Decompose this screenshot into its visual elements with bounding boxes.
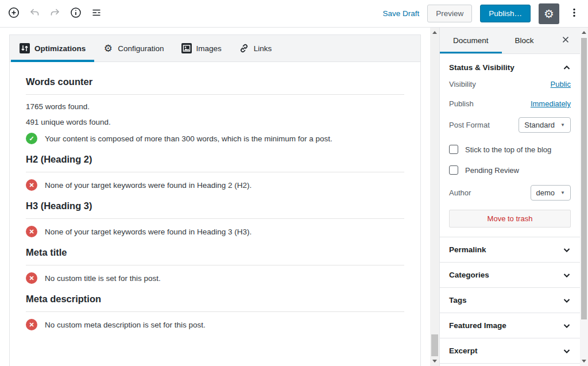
stat-line: 491 unique words found.: [26, 117, 404, 127]
plus-circle-icon: [7, 6, 21, 21]
scroll-down-arrow-icon[interactable]: [432, 360, 437, 363]
pending-review-option[interactable]: Pending Review: [449, 165, 571, 175]
gear-icon: ⚙: [103, 43, 113, 53]
gear-icon: ⚙: [544, 8, 554, 20]
panel-tags[interactable]: Tags: [440, 288, 580, 313]
tab-document[interactable]: Document: [440, 28, 502, 53]
check-row: ✕None of your target keywords were found…: [26, 226, 404, 237]
editor-body: Optimizations⚙ConfigurationImagesLinks W…: [0, 28, 588, 366]
chevron-up-icon: [563, 64, 571, 72]
editor-scrollbar[interactable]: [430, 28, 439, 366]
check-message: None of your target keywords were found …: [45, 181, 252, 190]
pending-review-checkbox[interactable]: [449, 165, 458, 175]
seo-metabox: Optimizations⚙ConfigurationImagesLinks W…: [9, 34, 421, 366]
toolbar-right-group: Save Draft Preview Publish… ⚙: [382, 3, 581, 24]
wordpress-editor: Save Draft Preview Publish… ⚙ Optimizati…: [0, 0, 588, 366]
undo-icon: [29, 7, 40, 20]
redo-icon: [49, 7, 61, 20]
section-title: H2 (Heading 2): [26, 153, 404, 165]
preview-button[interactable]: Preview: [427, 5, 472, 22]
seo-section: Words counter1765 words found.491 unique…: [26, 76, 404, 144]
stick-to-top-checkbox[interactable]: [449, 145, 458, 154]
error-cross-icon: ✕: [26, 179, 37, 191]
panel-featured-image[interactable]: Featured Image: [440, 313, 580, 338]
seo-section: Meta title✕No custom title is set for th…: [26, 246, 404, 284]
sidebar-scrollbar[interactable]: [580, 28, 588, 366]
panel-title: Permalink: [449, 245, 486, 254]
post-format-row: Post Format Standard ▼: [449, 117, 571, 133]
scroll-down-arrow-icon[interactable]: [582, 360, 586, 363]
section-title: Words counter: [26, 76, 404, 87]
seo-tab-configuration[interactable]: ⚙Configuration: [94, 35, 172, 61]
info-icon: [69, 6, 82, 21]
seo-tab-optimizations[interactable]: Optimizations: [11, 35, 94, 61]
list-structure-icon: [91, 7, 102, 20]
check-message: No custom meta description is set for th…: [45, 321, 206, 329]
scrollbar-thumb[interactable]: [431, 334, 438, 356]
editor-canvas: Optimizations⚙ConfigurationImagesLinks W…: [0, 28, 430, 366]
error-cross-icon: ✕: [26, 272, 37, 284]
selected-value: Standard: [524, 121, 555, 129]
sliders-icon: [20, 43, 30, 53]
panel-title: Categories: [449, 271, 489, 279]
publish-value-link[interactable]: Immediately: [531, 99, 571, 108]
status-visibility-panel: Status & Visibility Visibility Public Pu…: [440, 54, 580, 237]
panel-title: Status & Visibility: [449, 63, 514, 72]
more-options-button[interactable]: [567, 4, 581, 24]
divider: [26, 172, 404, 172]
check-message: None of your target keywords were found …: [45, 228, 252, 236]
field-label: Publish: [449, 99, 474, 108]
status-visibility-header[interactable]: Status & Visibility: [449, 63, 571, 72]
checkbox-label: Stick to the top of the blog: [465, 145, 551, 154]
seo-tab-links[interactable]: Links: [230, 35, 281, 61]
field-label: Author: [449, 188, 471, 197]
seo-report: Words counter1765 words found.491 unique…: [10, 62, 420, 344]
visibility-row: Visibility Public: [449, 80, 571, 88]
chevron-down-icon: [563, 296, 571, 305]
author-select[interactable]: demo ▼: [531, 185, 571, 201]
settings-toggle-button[interactable]: ⚙: [539, 3, 559, 24]
block-navigation-button[interactable]: [87, 4, 106, 24]
post-format-select[interactable]: Standard ▼: [519, 117, 571, 133]
scroll-up-arrow-icon[interactable]: [432, 31, 437, 34]
seo-section: H3 (Heading 3)✕None of your target keywo…: [26, 200, 404, 237]
sidebar-panels: PermalinkCategoriesTagsFeatured ImageExc…: [440, 237, 580, 364]
add-block-button[interactable]: [4, 4, 24, 24]
scrollbar-thumb[interactable]: [581, 38, 587, 319]
image-icon: [181, 43, 192, 53]
sidebar-header: Document Block: [440, 28, 580, 54]
tab-label: Links: [254, 44, 272, 53]
section-title: Meta title: [26, 246, 404, 258]
link-icon: [239, 43, 249, 53]
panel-title: Featured Image: [449, 321, 506, 330]
chevron-down-icon: [563, 246, 571, 254]
divider: [26, 218, 404, 219]
tab-block[interactable]: Block: [502, 28, 547, 53]
panel-permalink[interactable]: Permalink: [440, 237, 580, 263]
undo-button[interactable]: [25, 4, 44, 24]
tab-label: Document: [453, 36, 489, 45]
tab-label: Configuration: [118, 44, 164, 53]
content-structure-button[interactable]: [66, 4, 86, 24]
chevron-down-icon: [563, 347, 571, 355]
field-label: Visibility: [449, 80, 476, 88]
panel-excerpt[interactable]: Excerpt: [440, 338, 580, 364]
selected-value: demo: [536, 188, 555, 197]
checkbox-label: Pending Review: [465, 166, 519, 175]
success-check-icon: ✓: [26, 133, 37, 144]
visibility-value-link[interactable]: Public: [551, 80, 571, 88]
redo-button[interactable]: [45, 4, 65, 24]
scroll-up-arrow-icon[interactable]: [582, 31, 586, 34]
seo-section: H2 (Heading 2)✕None of your target keywo…: [26, 153, 404, 191]
save-draft-button[interactable]: Save Draft: [382, 9, 419, 18]
tab-label: Optimizations: [34, 44, 86, 53]
toolbar-left-group: [3, 4, 107, 24]
move-to-trash-button[interactable]: Move to trash: [449, 210, 571, 228]
close-sidebar-button[interactable]: [557, 28, 574, 53]
seo-tab-images[interactable]: Images: [173, 35, 230, 61]
caret-down-icon: ▼: [560, 122, 565, 128]
panel-categories[interactable]: Categories: [440, 263, 580, 288]
editor-toolbar: Save Draft Preview Publish… ⚙: [0, 0, 588, 28]
publish-button[interactable]: Publish…: [480, 5, 531, 22]
stick-to-top-option[interactable]: Stick to the top of the blog: [449, 145, 571, 154]
